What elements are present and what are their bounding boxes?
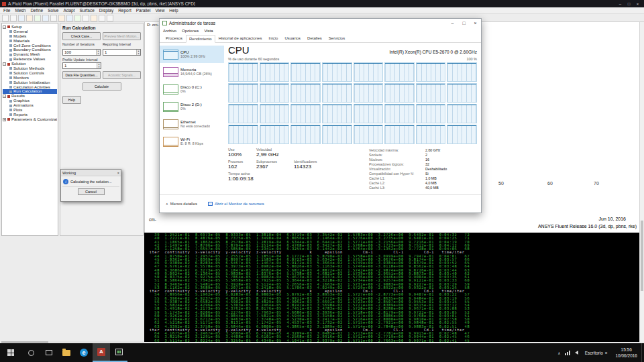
taskbar-clock[interactable]: 15:56 10/06/2016 [611, 347, 641, 359]
tree-item[interactable]: Animations [3, 103, 57, 108]
tab-servicios[interactable]: Servicios [325, 34, 348, 42]
tree-item[interactable]: Calculation Activities [3, 85, 57, 90]
minimize-icon[interactable]: – [616, 2, 625, 6]
tree-item[interactable]: Solution Methods [3, 66, 57, 71]
tree-item[interactable]: Reports [3, 113, 57, 117]
tray-chevron-up-icon[interactable]: ∧ [555, 351, 562, 355]
tab-usuarios[interactable]: Usuarios [281, 34, 304, 42]
dialog-close-icon[interactable]: × [117, 171, 119, 175]
tree-item[interactable]: Monitors [3, 76, 57, 80]
tree-item[interactable]: Run Calculation [3, 89, 57, 94]
tree-section[interactable]: −Setup [3, 25, 57, 29]
toolbar-icon[interactable] [26, 15, 33, 21]
tab-inicio[interactable]: Inicio [265, 34, 281, 42]
data-file-quantities-button[interactable]: Data File Quantities... [62, 71, 101, 79]
toolbar-icon[interactable] [2, 15, 9, 21]
menu-define[interactable]: Define [30, 8, 43, 13]
menu-display[interactable]: Display [99, 8, 113, 13]
menu-surface[interactable]: Surface [79, 8, 94, 13]
scrollbar-thumb[interactable] [641, 221, 643, 291]
tree-item[interactable]: Graphics [3, 99, 57, 103]
sidebar-item-ethernet[interactable]: Ethernet No está conectado [160, 115, 224, 133]
toolbar-icon[interactable] [107, 15, 113, 21]
sidebar-item-disco0[interactable]: Disco 0 (C:) 0% [160, 80, 224, 98]
network-icon[interactable] [563, 351, 572, 355]
taskbar-app-task-manager[interactable] [110, 343, 127, 362]
sidebar-item-wifi[interactable]: Wi-Fi E: 8 R: 8 Kbps [160, 133, 224, 150]
tab-rendimiento[interactable]: Rendimiento [186, 35, 215, 43]
sidebar-item-memoria[interactable]: Memoria 16,9/64,0 GB (26%) [160, 63, 224, 80]
taskbar-app-file-explorer[interactable] [58, 343, 75, 362]
sidebar-item-cpu[interactable]: CPU 100% 2,99 GHz [160, 46, 224, 63]
menu-file[interactable]: File [3, 8, 10, 13]
menu-report[interactable]: Report [118, 8, 131, 13]
tree-section[interactable]: +Parameters & Customization [3, 117, 57, 122]
taskbar-app-edge[interactable]: e [75, 343, 93, 362]
calculate-button[interactable]: Calculate [83, 82, 121, 90]
tree-section[interactable]: −Results [3, 94, 57, 99]
tree-expander-icon[interactable]: − [3, 62, 6, 66]
menu-solve[interactable]: Solve [48, 8, 58, 13]
tab-detalles[interactable]: Detalles [304, 34, 325, 42]
toolbar-icon[interactable] [83, 15, 89, 21]
tree-expander-icon[interactable]: − [3, 25, 6, 29]
iterations-value[interactable]: 100 [63, 50, 96, 55]
tree-expander-icon[interactable]: + [3, 118, 6, 121]
tree-item[interactable]: Boundary Conditions [3, 48, 57, 52]
start-button[interactable] [0, 343, 21, 362]
maximize-icon[interactable]: □ [625, 2, 633, 6]
dialog-titlebar[interactable]: Working × [61, 170, 121, 176]
tree-item[interactable]: Dynamic Mesh [3, 52, 57, 57]
tm-titlebar[interactable]: Administrador de tareas – □ × [160, 19, 481, 27]
menu-help[interactable]: Help [169, 8, 178, 13]
toolbar-icon[interactable] [99, 15, 105, 21]
spin-down-icon[interactable]: ▼ [97, 52, 100, 55]
iterations-stepper[interactable]: 100 ▲▼ [62, 49, 101, 56]
toolbar-icon[interactable] [66, 15, 73, 21]
reporting-interval-stepper[interactable]: 1 ▲▼ [103, 49, 141, 56]
toolbar-icon[interactable] [50, 15, 57, 21]
tree-item[interactable]: Models [3, 34, 57, 39]
toolbar-icon[interactable] [91, 15, 97, 21]
menu-parallel[interactable]: Parallel [136, 8, 151, 13]
close-icon[interactable]: × [633, 2, 642, 6]
tree-item[interactable]: Materials [3, 39, 57, 44]
tree-section[interactable]: −Solution [3, 62, 57, 66]
menu-archivo[interactable]: Archivo [163, 29, 176, 33]
reporting-interval-value[interactable]: 1 [103, 50, 136, 55]
tree-item[interactable]: Reference Values [3, 57, 57, 62]
cancel-button[interactable]: Cancel [78, 188, 105, 195]
menu-mesh[interactable]: Mesh [15, 8, 25, 13]
taskbar-app-task-view[interactable] [40, 343, 58, 362]
maximize-icon[interactable]: □ [458, 19, 470, 27]
tree-item[interactable]: General [3, 29, 57, 34]
toolbar-icon[interactable] [10, 15, 17, 21]
stepper-arrows[interactable]: ▲▼ [96, 50, 100, 55]
close-icon[interactable]: × [470, 19, 481, 27]
vertical-scrollbar[interactable] [639, 22, 644, 342]
tree-item[interactable]: Plots [3, 108, 57, 113]
toolbar-icon[interactable] [18, 15, 25, 21]
tab-historial[interactable]: Historial de aplicaciones [215, 34, 266, 42]
menu-opciones[interactable]: Opciones [182, 29, 199, 33]
toolbar-icon[interactable] [74, 15, 81, 21]
minimize-icon[interactable]: – [447, 19, 458, 27]
volume-icon[interactable] [575, 351, 578, 355]
menu-vista[interactable]: Vista [204, 29, 213, 33]
toolbar-icon[interactable] [34, 15, 41, 21]
menu-view[interactable]: View [155, 8, 164, 13]
tree-item[interactable]: Solution Initialization [3, 80, 57, 85]
tree-item[interactable]: Solution Controls [3, 71, 57, 76]
tree-expander-icon[interactable]: − [3, 95, 6, 98]
help-button[interactable]: Help [62, 96, 81, 104]
spin-down-icon[interactable]: ▼ [137, 52, 140, 55]
stepper-arrows[interactable]: ▲▼ [136, 50, 140, 55]
fluent-console[interactable]: 39 1.2521e-01 8.6973e-05 8.9333e-05 1.38… [144, 233, 639, 342]
stepper-arrows[interactable]: ▲▼ [97, 63, 101, 68]
toolbar-icon[interactable] [42, 15, 49, 21]
desktop-toolbar[interactable]: Escritorio » [581, 351, 612, 355]
tab-procesos[interactable]: Procesos [162, 34, 186, 42]
taskbar-app-ansys-fluent[interactable]: A [93, 343, 110, 362]
toolbar-icon[interactable] [58, 15, 65, 21]
cortana-search-button[interactable] [21, 343, 40, 362]
